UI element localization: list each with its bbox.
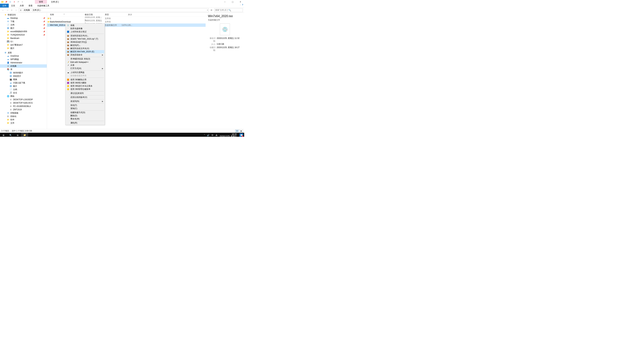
taskbar-explorer[interactable]: 📁 <box>21 133 28 137</box>
nav-files[interactable]: 📁文件 <box>0 121 47 125</box>
volume-icon[interactable]: 🔊 <box>207 134 210 136</box>
qat-more[interactable]: ▾ <box>20 0 24 3</box>
nav-net2[interactable]: 🖥DESKTOP-NJEU3CG <box>0 101 47 105</box>
menu-item[interactable]: 📦其他压缩命令▶ <box>66 53 104 56</box>
menu-item[interactable]: 💿装载 <box>66 24 104 27</box>
search-input[interactable]: 搜索"文档 (E:)" 🔍 <box>214 8 243 12</box>
nav-net4[interactable]: 🖥ZMT2019 <box>0 108 47 111</box>
ime-icon[interactable]: 中 <box>212 134 214 137</box>
network-icon[interactable]: 🖧 <box>216 134 218 136</box>
ribbon-collapse[interactable]: ˄ <box>239 4 242 7</box>
close-button[interactable]: ✕ <box>236 0 244 4</box>
ribbon-iso-tools[interactable]: 光盘映像工具 <box>35 4 52 7</box>
nav-history[interactable]: ▾ <box>10 8 14 12</box>
menu-item[interactable]: 🟡使用 360进行木马云查杀 <box>66 84 104 88</box>
maximize-button[interactable]: ▢ <box>229 0 236 4</box>
nav-admin[interactable]: 👤Administrator <box>0 61 47 64</box>
ribbon-home[interactable]: 主页 <box>9 4 18 7</box>
nav-win7[interactable]: 📁win7重装win7 <box>0 43 47 46</box>
nav-back[interactable]: ← <box>1 8 5 12</box>
nav-software[interactable]: 📁软件 <box>0 118 47 121</box>
nav-up[interactable]: ↑ <box>14 8 18 12</box>
breadcrumb[interactable]: 🖥 › 此电脑 › 文档 (E:) › ▾ <box>19 8 209 12</box>
col-type[interactable]: 类型 <box>105 13 122 16</box>
col-modified[interactable]: 修改日期 <box>85 13 105 16</box>
nav-recycle[interactable]: 🗑回收站 <box>0 115 47 118</box>
tab-manage[interactable]: 管理 <box>35 0 47 4</box>
view-icons-button[interactable]: ▦ <box>239 130 243 133</box>
nav-tianyi[interactable]: ☁天翼云盘下载 <box>0 81 47 84</box>
menu-item[interactable]: 属性(R) <box>66 121 104 124</box>
nav-documents[interactable]: 📄文档📌 <box>0 23 47 26</box>
nav-forward[interactable]: → <box>6 8 9 12</box>
ribbon-view[interactable]: 查看 <box>26 4 35 7</box>
menu-item[interactable]: 删除(D) <box>66 114 104 117</box>
nav-local-photo[interactable]: 🖼本机照片 <box>0 74 47 78</box>
crumb-drive[interactable]: 文档 (E:) <box>32 9 41 11</box>
nav-network[interactable]: 🌐网络 <box>0 94 47 98</box>
nav-lib-music[interactable]: 🎵音乐 <box>0 91 47 94</box>
nav-desktop[interactable]: ▬Desktop📌 <box>0 16 47 20</box>
menu-item[interactable]: 发送到(N)▶ <box>66 100 104 103</box>
qat-delete[interactable]: ✕ <box>12 0 16 3</box>
menu-item[interactable]: 打开方式(H)▶ <box>66 67 104 70</box>
nav-pictures-cn[interactable]: 📁图片 <box>0 46 47 50</box>
nav-net1[interactable]: 🖥DESKTOP-LSSOEDP <box>0 98 47 101</box>
ribbon-share[interactable]: 共享 <box>18 4 26 7</box>
menu-item[interactable]: 📦解压到当前文件夹(X) <box>66 47 104 50</box>
nav-yunqishi[interactable]: 📁YUNQISHI2019📌 <box>0 33 47 36</box>
menu-item[interactable]: 🟧使用 360解除占用 <box>66 78 104 81</box>
qat-pin[interactable]: 📌 <box>4 0 8 3</box>
menu-item[interactable]: 🟡使用 360管理右键菜单 <box>66 88 104 91</box>
nav-lib-pic[interactable]: 🖼图片 <box>0 84 47 88</box>
menu-item[interactable]: 📝Edit with Notepad++ <box>66 60 104 64</box>
nav-net3[interactable]: 🖥PC-20190530OBLA <box>0 105 47 108</box>
nav-desktop-root[interactable]: 🖥桌面 <box>0 51 47 54</box>
menu-item[interactable]: ·用 蜂蜜浏览器 浏览(3) <box>66 57 104 60</box>
menu-item[interactable]: 🟪使用 360强力删除 <box>66 81 104 84</box>
nav-wps[interactable]: ☁WPS网盘 <box>0 58 47 61</box>
clock[interactable]: 16:32 2020/12/25, 星期五 <box>220 133 238 137</box>
qat-check[interactable]: ☑ <box>8 0 12 3</box>
menu-item[interactable]: 通过QQ发送到 <box>66 92 104 95</box>
nav-lib-doc[interactable]: 📄文档 <box>0 88 47 91</box>
menu-item[interactable]: 📦解压到(F)... <box>66 44 104 47</box>
col-name[interactable]: 名称 <box>47 13 85 16</box>
menu-item[interactable]: 🟦上传到有道云笔记 <box>66 30 104 33</box>
menu-item[interactable]: 📦解压到 Win7x64_2020\ (E) <box>66 50 104 53</box>
menu-item[interactable]: ☁上传到百度网盘 <box>66 71 104 74</box>
qat-undo[interactable]: ↶ <box>16 0 20 3</box>
nav-video[interactable]: 🎬视频 <box>0 78 47 81</box>
minimize-button[interactable]: ─ <box>221 0 229 4</box>
menu-item[interactable]: 刻录光盘映像 <box>66 27 104 30</box>
menu-item[interactable]: 📦用360压缩打开(Q) <box>66 40 104 44</box>
nav-control-panel[interactable]: ⚙控制面板 <box>0 111 47 115</box>
tray-overflow-icon[interactable]: ˄ <box>204 134 205 136</box>
ribbon-file[interactable]: 文件 <box>0 4 9 7</box>
nav-downloads[interactable]: ⬇下载📌 <box>0 20 47 23</box>
nav-thispc[interactable]: 🖥此电脑 <box>0 64 47 68</box>
menu-item[interactable]: 重命名(M) <box>66 117 104 120</box>
crumb-pc[interactable]: 此电脑 <box>24 9 30 11</box>
col-size[interactable]: 大小 <box>122 13 133 16</box>
help-icon[interactable]: ? <box>242 4 243 7</box>
nav-gdrive[interactable]: 💾G:\ <box>0 40 47 43</box>
nav-saved-pics[interactable]: 🖼保存的图片 <box>0 71 47 74</box>
action-center-icon[interactable]: 💬3 <box>240 133 243 137</box>
nav-onedrive[interactable]: ☁OneDrive <box>0 54 47 58</box>
view-details-button[interactable]: ☰ <box>235 130 239 133</box>
crumb-dropdown[interactable]: ▾ <box>207 9 208 11</box>
menu-item[interactable]: 剪切(T) <box>66 104 104 107</box>
nav-pictures[interactable]: 🖼图片📌 <box>0 26 47 30</box>
menu-item[interactable]: ↗共享 <box>66 64 104 67</box>
menu-item[interactable]: 还原以前的版本(V) <box>66 96 104 99</box>
menu-item[interactable]: 📦添加到 "Win7x64_2020.zip" (T) <box>66 37 104 40</box>
menu-item[interactable]: 创建快捷方式(S) <box>66 111 104 114</box>
file-row[interactable]: 📁12020/12/15, 星期二 1...文件夹 <box>47 17 206 20</box>
nav-library[interactable]: 📚库 <box>0 68 47 71</box>
nav-bandicam[interactable]: 📁Bandicam <box>0 36 47 40</box>
search-button[interactable]: 🔍 <box>7 133 14 137</box>
start-button[interactable]: ⊞ <box>0 133 7 137</box>
nav-excel[interactable]: 📁excel表格制作求和📌 <box>0 30 47 33</box>
nav-quick-access[interactable]: ★快速访问 <box>0 13 47 16</box>
